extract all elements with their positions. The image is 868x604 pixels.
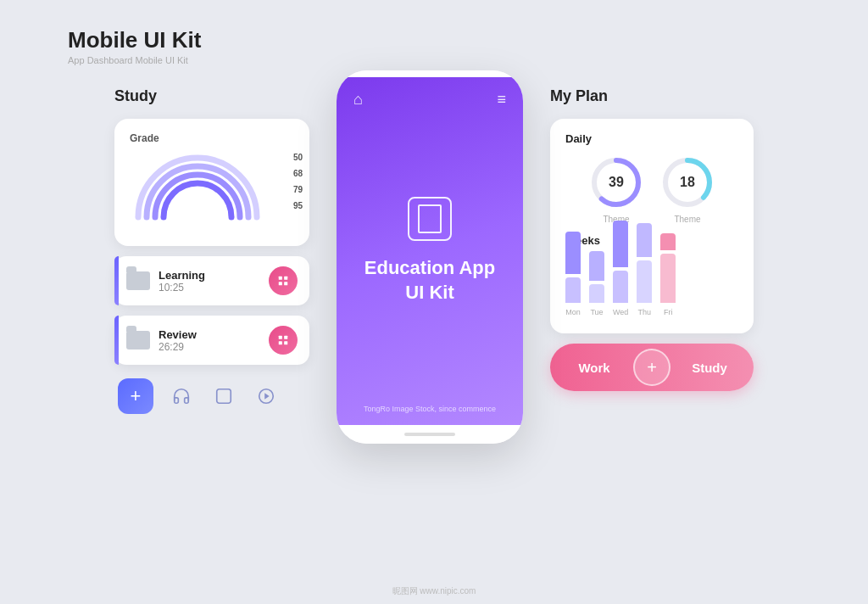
- svg-rect-4: [279, 336, 282, 339]
- svg-rect-6: [279, 341, 282, 344]
- card-accent-2: [114, 316, 119, 365]
- stop-icon: [214, 387, 233, 405]
- bar-chart: Mon Tue Wed: [565, 257, 738, 316]
- phone-bottom-text: TongRo Image Stock, since commence: [364, 405, 496, 413]
- headphones-icon: [172, 387, 191, 405]
- grade-card: Grade 50 68 79: [114, 119, 309, 246]
- bar-mon-1: [565, 232, 581, 274]
- phone-bottom-bar: [337, 425, 523, 444]
- svg-rect-1: [284, 277, 287, 280]
- review-info: Review 26:29: [159, 328, 197, 353]
- svg-rect-8: [217, 389, 231, 404]
- add-button[interactable]: +: [118, 378, 153, 414]
- review-play-button[interactable]: [269, 326, 298, 355]
- grade-values: 50 68 79 95: [293, 153, 303, 210]
- home-icon[interactable]: ⌂: [353, 91, 363, 109]
- grade-value-3: 79: [293, 185, 303, 194]
- bar-label-mon: Mon: [565, 308, 581, 316]
- bar-mon-2: [565, 277, 581, 303]
- svg-rect-0: [279, 277, 282, 280]
- grade-value-1: 50: [293, 153, 303, 162]
- bottom-icons: +: [114, 378, 309, 414]
- stop-button[interactable]: [209, 382, 238, 411]
- header: Mobile UI Kit App Dashboard Mobile UI Ki…: [0, 0, 868, 79]
- circle-item-1: 39 Theme: [589, 155, 643, 224]
- bar-thu: Thu: [637, 223, 652, 316]
- review-name: Review: [159, 328, 197, 341]
- circle-sub-2: Theme: [674, 215, 700, 224]
- weeks-section: Weeks Mon Tue: [565, 234, 738, 316]
- svg-rect-5: [284, 336, 287, 339]
- phone-topbar: ⌂ ≡: [337, 91, 523, 109]
- daily-label: Daily: [565, 132, 738, 145]
- bar-fri-1: [660, 233, 676, 250]
- play-icon-2: [277, 334, 289, 346]
- svg-rect-7: [284, 341, 287, 344]
- grade-value-2: 68: [293, 169, 303, 178]
- headphones-button[interactable]: [167, 382, 196, 411]
- add-circle-icon[interactable]: +: [633, 349, 670, 386]
- bar-fri: Fri: [660, 233, 676, 316]
- phone-frame: ⌂ ≡ Education AppUI Kit TongRo Image Sto…: [337, 70, 523, 444]
- work-study-button[interactable]: Work + Study: [550, 344, 754, 391]
- bar-mon: Mon: [565, 232, 581, 316]
- circle-ring-2: 18: [660, 155, 715, 210]
- phone-notch: [337, 70, 523, 77]
- bar-thu-1: [637, 223, 652, 257]
- review-time: 26:29: [159, 341, 197, 353]
- bar-wed: Wed: [613, 221, 628, 316]
- bar-label-fri: Fri: [664, 308, 673, 316]
- plan-title: My Plan: [550, 87, 754, 105]
- circle-num-2: 18: [680, 175, 695, 190]
- menu-icon[interactable]: ≡: [497, 91, 506, 109]
- learning-time: 10:25: [159, 282, 205, 294]
- grade-value-4: 95: [293, 201, 303, 210]
- main-content: Study Grade 50: [0, 79, 868, 604]
- daily-circles: 39 Theme 18 Theme: [565, 155, 738, 224]
- phone-screen: ⌂ ≡ Education AppUI Kit TongRo Image Sto…: [337, 77, 523, 425]
- bar-wed-2: [613, 271, 628, 303]
- phone-wrapper: ⌂ ≡ Education AppUI Kit TongRo Image Sto…: [337, 70, 523, 444]
- bar-label-thu: Thu: [638, 308, 652, 316]
- bar-tue-2: [589, 284, 604, 303]
- learning-card: Learning 10:25: [114, 256, 309, 305]
- circle-num-1: 39: [609, 175, 624, 190]
- circle-item-2: 18 Theme: [660, 155, 715, 224]
- home-indicator: [404, 433, 455, 436]
- learning-play-button[interactable]: [269, 266, 298, 295]
- play-button[interactable]: [252, 382, 281, 411]
- work-label[interactable]: Work: [555, 354, 633, 382]
- folder-icon: [126, 271, 150, 290]
- watermark: 昵图网 www.nipic.com: [392, 585, 476, 597]
- svg-rect-3: [284, 282, 287, 285]
- svg-rect-2: [279, 282, 282, 285]
- study-label[interactable]: Study: [670, 354, 748, 382]
- bar-tue: Tue: [589, 251, 604, 316]
- bar-label-tue: Tue: [590, 308, 603, 316]
- book-icon: [408, 197, 452, 241]
- review-card: Review 26:29: [114, 316, 309, 365]
- plan-panel: My Plan Daily 39 Theme: [550, 87, 754, 391]
- play-icon: [277, 275, 289, 287]
- plan-card: Daily 39 Theme: [550, 119, 754, 333]
- play-circle-icon: [257, 387, 275, 405]
- grade-label: Grade: [130, 132, 294, 144]
- app-title: Education AppUI Kit: [364, 256, 495, 305]
- bar-tue-1: [589, 251, 604, 281]
- page-title: Mobile UI Kit: [68, 27, 800, 53]
- grade-chart: [130, 149, 265, 226]
- bar-label-wed: Wed: [613, 308, 628, 316]
- learning-card-left: Learning 10:25: [126, 269, 205, 294]
- study-panel: Study Grade 50: [114, 87, 309, 414]
- page-container: Mobile UI Kit App Dashboard Mobile UI Ki…: [0, 0, 868, 604]
- bar-thu-2: [637, 260, 652, 303]
- bar-wed-1: [613, 221, 628, 267]
- study-title: Study: [114, 87, 309, 105]
- svg-marker-10: [264, 393, 270, 399]
- learning-name: Learning: [159, 269, 205, 282]
- card-accent: [114, 256, 119, 305]
- bar-fri-2: [660, 254, 676, 303]
- review-card-left: Review 26:29: [126, 328, 197, 353]
- folder-icon-2: [126, 331, 150, 350]
- learning-info: Learning 10:25: [159, 269, 205, 294]
